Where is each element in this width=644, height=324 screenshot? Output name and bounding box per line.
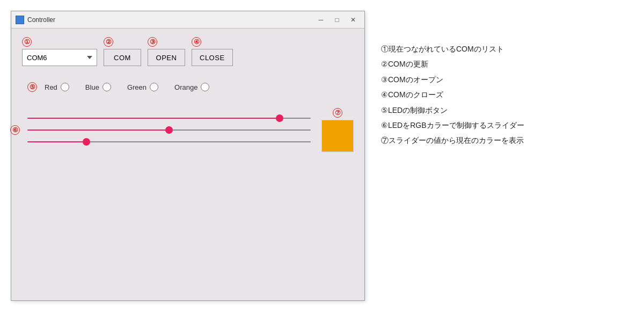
annotation-6: ⑥LEDをRGBカラーで制御するスライダー (381, 119, 524, 131)
green-slider-wrapper (27, 129, 311, 131)
annotation-4: ④COMのクローズ (381, 89, 524, 100)
radio-blue[interactable] (103, 83, 111, 91)
radio-item-blue: Blue (85, 83, 111, 91)
label-num4: ④ (192, 37, 201, 47)
close-btn-wrapper: ④ CLOSE (192, 37, 233, 66)
sliders-column: ⑥ (27, 118, 311, 142)
open-btn-wrapper: ③ OPEN (148, 37, 185, 66)
sliders-area: ⑥ ⑦ (22, 108, 354, 152)
radio-red[interactable] (61, 83, 69, 91)
color-preview-box (321, 120, 354, 152)
controller-window: Controller ─ □ ✕ ① COM6 COM1 COM2 COM3 (11, 11, 365, 301)
annotation-2: ②COMの更新 (381, 58, 524, 70)
label-num5: ⑤ (27, 82, 37, 92)
title-bar: Controller ─ □ ✕ (11, 11, 364, 28)
window-icon (16, 16, 24, 24)
com-btn-wrapper: ② COM (104, 37, 141, 66)
label-num6: ⑥ (10, 125, 20, 135)
label-num7: ⑦ (333, 108, 342, 118)
annotation-5: ⑤LEDの制御ボタン (381, 104, 524, 116)
radio-label-blue: Blue (85, 83, 99, 91)
label-num3: ③ (148, 37, 157, 47)
restore-button[interactable]: □ (330, 14, 344, 26)
radio-item-green: Green (127, 83, 158, 91)
label-num1: ① (22, 37, 32, 47)
color-preview-wrapper: ⑦ (321, 108, 354, 152)
minimize-button[interactable]: ─ (314, 14, 328, 26)
radio-item-red: Red (45, 83, 69, 91)
com-refresh-button[interactable]: COM (104, 49, 141, 66)
close-window-button[interactable]: ✕ (346, 14, 360, 26)
label-num2: ② (104, 37, 113, 47)
annotation-3: ③COMのオープン (381, 74, 524, 85)
red-slider[interactable] (27, 118, 311, 119)
radio-label-green: Green (127, 83, 147, 91)
blue-slider[interactable] (27, 141, 311, 142)
radio-row: ⑤ Red Blue Green Orange (22, 82, 354, 92)
radio-item-orange: Orange (174, 83, 209, 91)
annotation-7: ⑦スライダーの値から現在のカラーを表示 (381, 134, 524, 146)
radio-green[interactable] (150, 83, 158, 91)
com-select-wrapper: ① COM6 COM1 COM2 COM3 COM4 COM5 (22, 37, 97, 66)
annotation-1: ①現在つながれているCOMのリスト (381, 43, 524, 55)
window-title: Controller (27, 16, 314, 24)
radio-label-red: Red (45, 83, 57, 91)
radio-label-orange: Orange (174, 83, 197, 91)
toolbar-row: ① COM6 COM1 COM2 COM3 COM4 COM5 ② COM (22, 37, 354, 66)
page-container: Controller ─ □ ✕ ① COM6 COM1 COM2 COM3 (0, 0, 644, 324)
radio-orange[interactable] (201, 83, 209, 91)
blue-slider-wrapper (27, 141, 311, 142)
annotations-panel: ①現在つながれているCOMのリスト ②COMの更新 ③COMのオープン ④COM… (381, 11, 524, 147)
close-com-button[interactable]: CLOSE (192, 49, 233, 66)
red-slider-wrapper (27, 118, 311, 119)
open-button[interactable]: OPEN (148, 49, 185, 66)
window-body: ① COM6 COM1 COM2 COM3 COM4 COM5 ② COM (11, 28, 364, 300)
green-slider[interactable] (27, 129, 311, 131)
title-bar-controls: ─ □ ✕ (314, 14, 360, 26)
com-port-select[interactable]: COM6 COM1 COM2 COM3 COM4 COM5 (22, 49, 97, 66)
